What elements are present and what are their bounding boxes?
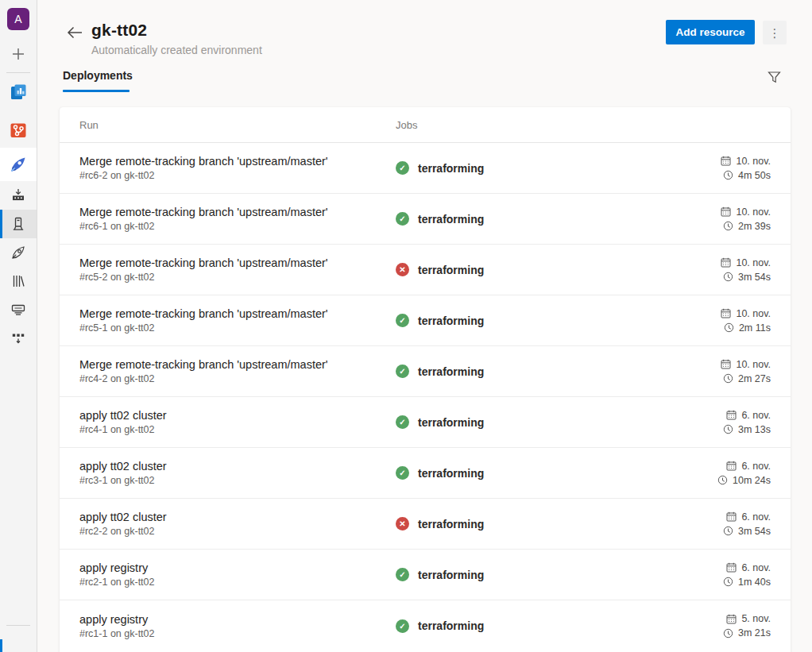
job-status-icon: ✓ xyxy=(396,415,409,429)
sidebar-item-task-groups[interactable] xyxy=(0,295,37,324)
run-title[interactable]: Merge remote-tracking branch 'upstream/m… xyxy=(79,307,396,320)
run-title[interactable]: apply tt02 cluster xyxy=(79,511,396,523)
job-status-icon: ✓ xyxy=(396,212,409,226)
funnel-icon xyxy=(768,71,781,84)
run-date: 10. nov. xyxy=(721,206,771,218)
run-title[interactable]: Merge remote-tracking branch 'upstream/m… xyxy=(79,206,396,218)
job-status-icon: ✓ xyxy=(396,161,409,175)
run-title[interactable]: apply registry xyxy=(79,561,396,574)
filter-button[interactable] xyxy=(763,66,785,88)
sidebar-item-deployment-groups[interactable] xyxy=(0,324,37,353)
job-name[interactable]: terraforming xyxy=(418,518,484,530)
run-subtitle: #rc5-1 on gk-tt02 xyxy=(79,322,396,334)
job-name[interactable]: terraforming xyxy=(418,264,484,276)
job-status-icon: ✕ xyxy=(396,517,409,530)
table-header: Run Jobs xyxy=(60,107,791,143)
job-name[interactable]: terraforming xyxy=(418,467,484,480)
sidebar-item-boards[interactable] xyxy=(0,76,37,108)
job-name[interactable]: terraforming xyxy=(418,314,484,327)
run-title[interactable]: Merge remote-tracking branch 'upstream/m… xyxy=(79,358,396,371)
sidebar-item-releases[interactable] xyxy=(0,238,37,267)
library-books-icon xyxy=(10,273,26,289)
calendar-icon xyxy=(726,614,737,624)
job-name[interactable]: terraforming xyxy=(418,619,484,632)
organization-avatar[interactable]: A xyxy=(7,8,29,30)
back-button[interactable] xyxy=(64,22,85,43)
deployment-row[interactable]: apply tt02 cluster #rc4-1 on gk-tt02 ✓ t… xyxy=(60,397,791,448)
run-duration: 3m 21s xyxy=(723,627,771,638)
tab-label: Deployments xyxy=(63,69,133,82)
clock-icon xyxy=(723,424,733,434)
run-title[interactable]: Merge remote-tracking branch 'upstream/m… xyxy=(79,257,396,269)
sidebar-item-pipelines[interactable] xyxy=(0,148,37,181)
run-subtitle: #rc3-1 on gk-tt02 xyxy=(79,475,396,486)
run-duration: 10m 24s xyxy=(717,475,771,486)
run-date: 6. nov. xyxy=(726,511,771,523)
job-status-icon: ✓ xyxy=(396,314,409,327)
clock-icon xyxy=(723,628,733,638)
deployment-row[interactable]: Merge remote-tracking branch 'upstream/m… xyxy=(60,295,791,346)
sidebar-item-environments[interactable] xyxy=(0,210,37,238)
run-date: 6. nov. xyxy=(726,461,771,472)
sidebar-item-new[interactable] xyxy=(0,40,37,68)
run-duration: 1m 40s xyxy=(723,577,771,588)
deployment-row[interactable]: Merge remote-tracking branch 'upstream/m… xyxy=(60,346,791,397)
run-title[interactable]: Merge remote-tracking branch 'upstream/m… xyxy=(79,155,396,168)
run-duration: 3m 54s xyxy=(723,272,771,283)
deployment-row[interactable]: apply registry #rc1-1 on gk-tt02 ✓ terra… xyxy=(60,600,791,651)
job-name[interactable]: terraforming xyxy=(418,162,484,175)
deployment-row[interactable]: apply registry #rc2-1 on gk-tt02 ✓ terra… xyxy=(60,550,791,600)
run-duration: 4m 50s xyxy=(723,170,771,181)
clock-icon xyxy=(724,322,734,333)
deployment-row[interactable]: apply tt02 cluster #rc3-1 on gk-tt02 ✓ t… xyxy=(60,448,791,499)
deployment-row[interactable]: Merge remote-tracking branch 'upstream/m… xyxy=(60,194,791,245)
job-status-icon: ✓ xyxy=(396,466,409,480)
builds-icon xyxy=(10,187,26,203)
job-name[interactable]: terraforming xyxy=(418,365,484,378)
sidebar-divider xyxy=(6,72,30,73)
run-subtitle: #rc4-1 on gk-tt02 xyxy=(79,424,396,435)
calendar-icon xyxy=(726,410,737,420)
sidebar-item-repos[interactable] xyxy=(0,114,37,146)
clock-icon xyxy=(723,373,733,384)
run-title[interactable]: apply tt02 cluster xyxy=(79,460,396,473)
task-groups-icon xyxy=(10,302,26,318)
clock-icon xyxy=(723,170,733,180)
calendar-icon xyxy=(726,461,737,471)
deployment-row[interactable]: Merge remote-tracking branch 'upstream/m… xyxy=(60,143,791,194)
clock-icon xyxy=(717,475,728,485)
tab-deployments[interactable]: Deployments xyxy=(63,68,133,99)
run-date: 10. nov. xyxy=(721,359,771,370)
page-subtitle: Automatically created environment xyxy=(91,44,262,56)
run-date: 6. nov. xyxy=(726,562,771,573)
deployment-row[interactable]: apply tt02 cluster #rc2-2 on gk-tt02 ✕ t… xyxy=(60,499,791,550)
sidebar-item-builds[interactable] xyxy=(0,181,37,210)
sidebar-bottom-divider xyxy=(6,625,30,626)
run-subtitle: #rc2-2 on gk-tt02 xyxy=(79,526,396,537)
run-title[interactable]: apply tt02 cluster xyxy=(79,409,396,422)
run-date: 10. nov. xyxy=(721,308,771,319)
run-date: 10. nov. xyxy=(721,156,771,167)
page-title: gk-tt02 xyxy=(91,21,147,40)
clock-icon xyxy=(723,272,733,282)
calendar-icon xyxy=(721,206,731,217)
job-name[interactable]: terraforming xyxy=(418,213,484,226)
run-duration: 2m 39s xyxy=(723,221,771,232)
calendar-icon xyxy=(726,562,737,573)
deployment-row[interactable]: Merge remote-tracking branch 'upstream/m… xyxy=(60,245,791,295)
job-name[interactable]: terraforming xyxy=(418,416,484,429)
run-duration: 3m 54s xyxy=(723,526,771,537)
run-duration: 2m 27s xyxy=(723,373,771,384)
run-duration: 3m 13s xyxy=(723,424,771,435)
more-options-button[interactable]: ⋮ xyxy=(763,21,787,44)
calendar-icon xyxy=(726,511,737,522)
add-resource-button[interactable]: Add resource xyxy=(666,20,755,44)
job-status-icon: ✓ xyxy=(396,568,409,581)
releases-rocket-icon xyxy=(10,245,26,260)
sidebar-item-library[interactable] xyxy=(0,267,37,295)
job-name[interactable]: terraforming xyxy=(418,569,484,581)
run-title[interactable]: apply registry xyxy=(79,613,396,626)
environments-icon xyxy=(10,216,26,232)
run-date: 10. nov. xyxy=(721,257,771,268)
run-date: 5. nov. xyxy=(726,613,771,624)
